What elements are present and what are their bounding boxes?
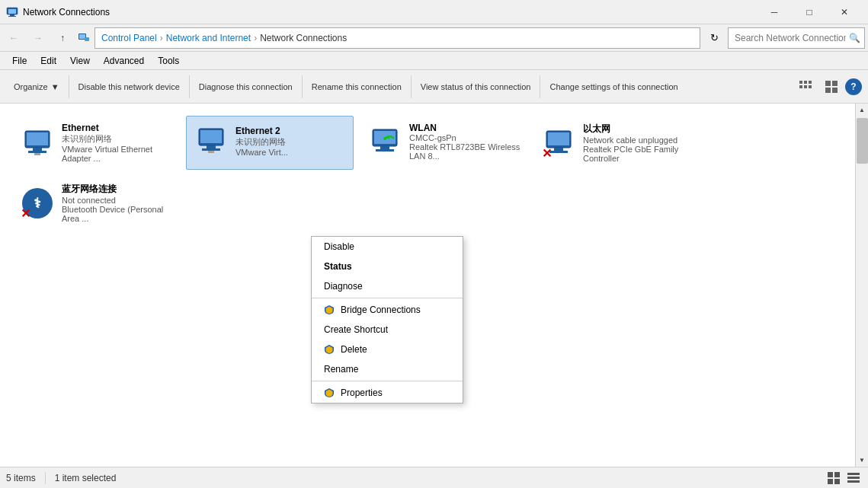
ctx-disable[interactable]: Disable [312, 237, 463, 257]
svg-rect-42 [847, 473, 860, 475]
breadcrumb-control-panel[interactable]: Control Panel [101, 33, 157, 43]
svg-rect-24 [207, 145, 216, 148]
ctx-rename[interactable]: Rename [312, 359, 463, 379]
shield-icon-properties [324, 388, 335, 398]
status-divider [45, 472, 46, 484]
svg-rect-44 [847, 480, 860, 483]
wlan-sub: CMCC-gsPn [409, 133, 520, 142]
maximize-button[interactable]: □ [792, 0, 827, 24]
bluetooth-name: 蓝牙网络连接 [62, 183, 173, 196]
back-button[interactable]: ← [3, 27, 24, 49]
network-item-ethernet2[interactable]: Ethernet 2 未识别的网络 VMware Virt... [186, 116, 354, 170]
window-title: Network Connections [23, 7, 757, 18]
svg-rect-39 [834, 472, 840, 477]
menu-tools[interactable]: Tools [152, 54, 185, 68]
bluetooth-sub: Not connected [62, 196, 173, 205]
svg-text:⚕: ⚕ [34, 196, 41, 211]
network-item-bluetooth[interactable]: ⚕ ✕ 蓝牙网络连接 Not connected Bluetooth Devic… [12, 176, 180, 230]
ethernet-icon [19, 125, 56, 161]
network-item-ethernet[interactable]: Ethernet 未识别的网络 VMware Virtual Ethernet … [12, 116, 180, 170]
svg-rect-30 [376, 149, 394, 152]
svg-rect-11 [804, 85, 807, 88]
window-controls: ─ □ ✕ [757, 0, 862, 24]
svg-rect-12 [809, 85, 812, 88]
status-selected-count: 1 item selected [55, 473, 117, 483]
ctx-properties[interactable]: Properties [312, 383, 463, 403]
status-grid-view-btn[interactable] [825, 470, 842, 486]
ctx-delete[interactable]: Delete [312, 340, 463, 359]
ctx-shortcut-label: Create Shortcut [324, 324, 388, 335]
ethernet-info: Ethernet 未识别的网络 VMware Virtual Ethernet … [62, 123, 173, 163]
scroll-up-button[interactable]: ▲ [856, 104, 869, 116]
close-button[interactable]: ✕ [827, 0, 862, 24]
wlan-info: WLAN CMCC-gsPn Realtek RTL8723BE Wireles… [409, 123, 520, 161]
ctx-diagnose[interactable]: Diagnose [312, 276, 463, 296]
ctx-bridge[interactable]: Bridge Connections [312, 300, 463, 320]
toolbar-divider-2 [189, 75, 190, 98]
svg-rect-6 [85, 37, 89, 41]
status-list-view-btn[interactable] [845, 470, 862, 486]
svg-rect-3 [8, 16, 16, 17]
menu-advanced[interactable]: Advanced [98, 54, 150, 68]
breadcrumb-network-internet[interactable]: Network and Internet [166, 33, 251, 43]
disable-button[interactable]: Disable this network device [71, 70, 187, 104]
diagnose-button[interactable]: Diagnose this connection [191, 70, 300, 104]
svg-rect-38 [828, 472, 833, 477]
refresh-button[interactable]: ↻ [703, 27, 725, 49]
view-toggle-button[interactable] [821, 76, 842, 97]
ethernet2-icon [193, 123, 229, 159]
ctx-status[interactable]: Status [312, 257, 463, 276]
svg-rect-10 [799, 85, 802, 88]
svg-rect-23 [200, 130, 222, 143]
svg-rect-15 [825, 88, 831, 93]
toolbar: Organize ▼ Disable this network device D… [0, 70, 868, 104]
scroll-thumb[interactable] [857, 118, 868, 164]
svg-rect-26 [208, 151, 214, 153]
ethernet-sub: 未识别的网络 [62, 133, 173, 145]
ctx-bridge-label: Bridge Connections [341, 305, 421, 315]
menu-file[interactable]: File [6, 54, 33, 68]
menu-bar: File Edit View Advanced Tools [0, 52, 868, 70]
ctx-delete-label: Delete [341, 344, 367, 355]
yitaida-adapter: Realtek PCIe GbE Family Controller [583, 145, 694, 163]
menu-view[interactable]: View [64, 54, 96, 68]
view-options-button[interactable] [796, 76, 818, 97]
minimize-button[interactable]: ─ [757, 0, 792, 24]
ctx-shortcut[interactable]: Create Shortcut [312, 320, 463, 340]
main-panel: Ethernet 未识别的网络 VMware Virtual Ethernet … [0, 104, 855, 467]
bluetooth-icon: ⚕ ✕ [19, 185, 56, 222]
title-bar: Network Connections ─ □ ✕ [0, 0, 868, 24]
yitaida-info: 以太网 Network cable unplugged Realtek PCIe… [583, 123, 694, 163]
organize-arrow: ▼ [51, 82, 59, 91]
organize-button[interactable]: Organize ▼ [6, 70, 67, 104]
up-button[interactable]: ↑ [52, 27, 73, 49]
menu-edit[interactable]: Edit [34, 54, 62, 68]
network-item-yitaida[interactable]: ✕ 以太网 Network cable unplugged Realtek PC… [533, 116, 701, 170]
ctx-disable-label: Disable [324, 241, 354, 252]
svg-rect-5 [79, 34, 85, 39]
breadcrumb-current: Network Connections [260, 33, 347, 43]
network-item-wlan[interactable]: WLAN CMCC-gsPn Realtek RTL8723BE Wireles… [360, 116, 527, 170]
svg-point-31 [383, 137, 386, 140]
svg-rect-19 [33, 148, 42, 151]
svg-rect-43 [847, 477, 860, 479]
ethernet-name: Ethernet [62, 123, 173, 133]
forward-button[interactable]: → [27, 27, 49, 49]
svg-rect-21 [34, 153, 40, 155]
svg-rect-33 [548, 132, 569, 145]
scroll-down-button[interactable]: ▼ [856, 454, 869, 467]
svg-rect-41 [834, 479, 840, 484]
toolbar-divider-3 [302, 75, 303, 98]
toolbar-right: ? [796, 76, 862, 97]
search-input[interactable] [728, 27, 865, 49]
help-button[interactable]: ? [845, 78, 862, 95]
ethernet2-adapter: VMware Virt... [235, 148, 288, 157]
change-settings-button[interactable]: Change settings of this connection [542, 70, 685, 104]
status-bar: 5 items 1 item selected [0, 467, 868, 488]
rename-button[interactable]: Rename this connection [304, 70, 409, 104]
view-status-button[interactable]: View status of this connection [413, 70, 539, 104]
ethernet2-name: Ethernet 2 [235, 126, 288, 136]
scrollbar-vertical: ▲ ▼ [855, 104, 868, 467]
svg-rect-7 [799, 81, 802, 84]
shield-icon-bridge [324, 305, 335, 315]
